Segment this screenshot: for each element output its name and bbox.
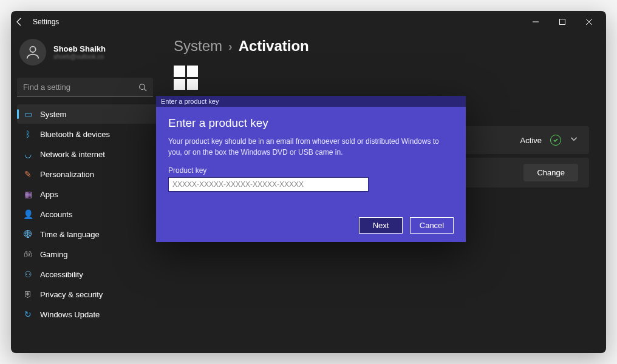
sidebar-item-bluetooth[interactable]: ᛒBluetooth & devices	[17, 124, 157, 144]
gamepad-icon: 🎮︎	[23, 249, 33, 259]
sidebar-item-label: Network & internet	[40, 150, 105, 159]
nav-list: ▭System ᛒBluetooth & devices ◡Network & …	[17, 104, 157, 324]
sidebar-item-system[interactable]: ▭System	[17, 104, 157, 124]
svg-line-6	[145, 89, 147, 92]
bluetooth-icon: ᛒ	[23, 129, 33, 139]
checkmark-icon	[550, 135, 561, 146]
profile-name: Shoeb Shaikh	[53, 44, 106, 53]
chevron-right-icon: ›	[228, 39, 233, 53]
dialog-title: Enter a product key	[168, 116, 454, 130]
system-icon: ▭	[23, 109, 33, 119]
search-input[interactable]	[17, 78, 153, 97]
product-key-label: Product key	[168, 166, 454, 175]
sidebar-item-time[interactable]: 🌐︎Time & language	[17, 224, 157, 244]
sidebar-item-label: Gaming	[40, 250, 68, 259]
chevron-down-icon	[570, 135, 578, 146]
search-icon	[138, 83, 147, 92]
back-button[interactable]	[15, 17, 24, 27]
status-label: Active	[520, 136, 542, 145]
window-controls	[522, 12, 602, 32]
profile-section[interactable]: Shoeb Shaikh shoeb@outlook.co	[17, 33, 157, 74]
dialog-titlebar: Enter a product key	[156, 96, 466, 107]
sidebar-item-accounts[interactable]: 👤Accounts	[17, 204, 157, 224]
breadcrumb-parent[interactable]: System	[174, 38, 222, 55]
breadcrumb-current: Activation	[239, 38, 309, 55]
accessibility-icon: ⚇	[23, 269, 33, 279]
shield-icon: ⛨	[23, 289, 33, 299]
sidebar-item-network[interactable]: ◡Network & internet	[17, 144, 157, 164]
sidebar-item-label: Apps	[40, 190, 58, 199]
brush-icon: ✎	[23, 169, 33, 179]
sidebar-item-label: Bluetooth & devices	[40, 130, 110, 139]
apps-icon: ▦	[23, 189, 33, 199]
dialog-description: Your product key should be in an email f…	[168, 136, 454, 158]
maximize-button[interactable]	[549, 12, 576, 32]
sidebar-item-label: Personalization	[40, 170, 94, 179]
next-button[interactable]: Next	[359, 217, 403, 234]
cancel-button[interactable]: Cancel	[410, 217, 454, 234]
minimize-button[interactable]	[522, 12, 549, 32]
sidebar-item-label: Accessibility	[40, 270, 83, 279]
change-button[interactable]: Change	[523, 164, 578, 181]
sidebar-item-label: Privacy & security	[40, 290, 103, 299]
avatar	[19, 39, 46, 66]
sidebar-item-personalization[interactable]: ✎Personalization	[17, 164, 157, 184]
sidebar-item-label: Accounts	[40, 210, 72, 219]
sidebar-item-accessibility[interactable]: ⚇Accessibility	[17, 265, 157, 284]
svg-rect-1	[560, 19, 565, 25]
globe-icon: 🌐︎	[23, 229, 33, 239]
product-key-dialog: Enter a product key Enter a product key …	[156, 96, 466, 242]
profile-email: shoeb@outlook.co	[53, 53, 106, 60]
sidebar: Shoeb Shaikh shoeb@outlook.co ▭System ᛒB…	[11, 33, 157, 353]
close-button[interactable]	[576, 12, 602, 32]
sidebar-item-update[interactable]: ↻Windows Update	[17, 305, 157, 324]
sidebar-item-label: Windows Update	[40, 310, 100, 319]
sidebar-item-gaming[interactable]: 🎮︎Gaming	[17, 244, 157, 264]
svg-point-4	[30, 47, 35, 52]
titlebar: Settings	[11, 11, 606, 33]
product-key-input[interactable]	[168, 177, 369, 192]
breadcrumb: System › Activation	[174, 38, 589, 55]
sidebar-item-label: Time & language	[40, 230, 100, 239]
windows-logo-icon	[174, 66, 198, 90]
svg-point-5	[140, 84, 145, 90]
wifi-icon: ◡	[23, 149, 33, 159]
sidebar-item-label: System	[40, 110, 66, 119]
window-title: Settings	[33, 18, 59, 26]
update-icon: ↻	[23, 309, 33, 319]
sidebar-item-apps[interactable]: ▦Apps	[17, 184, 157, 204]
sidebar-item-privacy[interactable]: ⛨Privacy & security	[17, 285, 157, 304]
person-icon: 👤	[23, 209, 33, 219]
